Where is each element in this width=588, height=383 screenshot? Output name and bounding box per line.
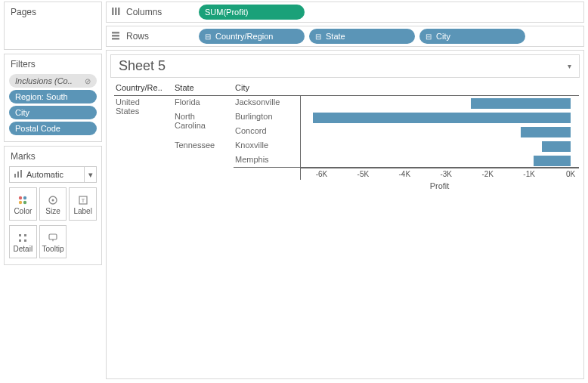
- right-area: Columns SUM(Profit) Rows ⊟Country/Region…: [106, 0, 588, 383]
- discrete-icon: ⊟: [426, 32, 432, 41]
- pill-label: SUM(Profit): [205, 8, 248, 17]
- state-cell: NorthCarolina: [173, 110, 234, 139]
- caret-down-icon[interactable]: ▾: [568, 62, 571, 70]
- svg-rect-0: [14, 174, 16, 178]
- svg-rect-14: [24, 239, 26, 242]
- axis-tick: -3K: [440, 170, 452, 178]
- discrete-icon: ⊟: [205, 32, 211, 41]
- pill-label: Country/Region: [215, 32, 273, 41]
- svg-rect-17: [115, 8, 117, 15]
- svg-rect-19: [112, 32, 119, 34]
- svg-rect-1: [17, 171, 19, 178]
- svg-rect-11: [19, 234, 21, 236]
- pages-card[interactable]: Pages: [4, 2, 102, 50]
- size-icon: [48, 193, 58, 207]
- marks-type-dropdown[interactable]: Automatic ▾: [9, 166, 97, 183]
- x-axis[interactable]: -6K-5K-4K-3K-2K-1K0K: [300, 168, 579, 180]
- app-root: Pages Filters Inclusions (Co..Region: So…: [0, 0, 588, 383]
- filters-title: Filters: [5, 54, 101, 74]
- marks-empty-cell: [69, 225, 97, 258]
- marks-title: Marks: [5, 147, 101, 166]
- filter-pill[interactable]: Postal Code: [9, 122, 97, 135]
- pill-label: City: [436, 32, 450, 41]
- caret-down-icon[interactable]: ▾: [84, 167, 96, 182]
- shelf-pill[interactable]: ⊟City: [419, 29, 525, 44]
- city-cell: Memphis: [234, 153, 300, 168]
- marks-detail-button[interactable]: Detail: [9, 225, 37, 258]
- column-header[interactable]: State: [173, 82, 234, 96]
- filter-pill[interactable]: City: [9, 106, 97, 119]
- discrete-icon: ⊟: [315, 32, 321, 41]
- sheet-title-bar[interactable]: Sheet 5 ▾: [110, 54, 580, 78]
- marks-color-button[interactable]: Color: [9, 187, 37, 221]
- column-header[interactable]: Country/Re..: [114, 82, 173, 96]
- bar-mark[interactable]: [521, 127, 571, 137]
- marks-tooltip-button[interactable]: Tooltip: [39, 225, 67, 258]
- filters-card[interactable]: Filters Inclusions (Co..Region: SouthCit…: [4, 54, 102, 142]
- marks-detail-label: Detail: [14, 245, 33, 253]
- rows-shelf[interactable]: Rows ⊟Country/Region⊟State⊟City: [106, 26, 584, 47]
- columns-shelf-label: Columns: [126, 7, 162, 17]
- svg-point-8: [51, 199, 54, 201]
- viz-card: Sheet 5 ▾ Country/Re..StateCityUnitedSta…: [106, 50, 584, 379]
- bar-mark[interactable]: [471, 98, 571, 109]
- marks-label-label: Label: [73, 207, 91, 215]
- marks-tooltip-label: Tooltip: [42, 245, 64, 253]
- svg-rect-2: [20, 170, 22, 178]
- city-cell: Knoxville: [234, 139, 300, 153]
- city-cell: Burlington: [234, 110, 300, 125]
- columns-icon: [110, 7, 122, 18]
- color-icon: [17, 193, 28, 207]
- marks-card[interactable]: Marks Automatic ▾ Color: [4, 146, 102, 265]
- city-cell: Jacksonville: [234, 96, 300, 110]
- filter-pill[interactable]: Region: South: [9, 90, 97, 103]
- filter-pill[interactable]: Inclusions (Co..: [9, 74, 97, 88]
- left-sidebar: Pages Filters Inclusions (Co..Region: So…: [0, 0, 106, 383]
- axis-tick: -2K: [481, 170, 494, 178]
- axis-tick: -1K: [523, 170, 535, 178]
- svg-point-4: [23, 196, 26, 199]
- detail-icon: [17, 231, 28, 245]
- axis-tick: -6K: [316, 170, 328, 178]
- svg-point-3: [19, 196, 22, 199]
- shelf-pill[interactable]: SUM(Profit): [199, 5, 305, 20]
- pill-label: State: [326, 32, 345, 41]
- svg-rect-13: [19, 239, 21, 242]
- bar-cell: [300, 153, 579, 168]
- x-axis-title[interactable]: Profit: [300, 180, 579, 190]
- marks-buttons-row1: Color Size T Label: [5, 187, 101, 225]
- svg-rect-20: [112, 35, 119, 37]
- svg-text:T: T: [81, 197, 85, 204]
- svg-rect-16: [112, 8, 114, 15]
- marks-label-button[interactable]: T Label: [69, 187, 97, 221]
- bar-mark[interactable]: [313, 113, 571, 123]
- tooltip-icon: [48, 231, 58, 245]
- shelf-pill[interactable]: ⊟State: [309, 29, 415, 44]
- rows-shelf-label: Rows: [126, 31, 149, 42]
- column-header[interactable]: City: [234, 82, 300, 96]
- svg-rect-18: [118, 8, 120, 15]
- marks-buttons-row2: Detail Tooltip: [5, 225, 101, 264]
- axis-tick: 0K: [566, 170, 575, 178]
- svg-rect-12: [24, 234, 26, 236]
- columns-shelf[interactable]: Columns SUM(Profit): [106, 2, 584, 23]
- axis-tick: -4K: [399, 170, 411, 178]
- bar-cell: [300, 96, 579, 110]
- marks-size-label: Size: [45, 207, 60, 215]
- sheet-title: Sheet 5: [119, 58, 166, 74]
- marks-type-label: Automatic: [26, 170, 84, 179]
- bar-mark[interactable]: [534, 156, 571, 166]
- state-cell: Florida: [173, 96, 234, 110]
- bar-chart-icon: [10, 169, 26, 180]
- shelf-pill[interactable]: ⊟Country/Region: [199, 29, 305, 44]
- svg-rect-15: [49, 234, 57, 239]
- city-cell: Concord: [234, 125, 300, 139]
- country-cell: UnitedStates: [114, 96, 173, 168]
- svg-point-5: [19, 200, 22, 203]
- marks-color-label: Color: [14, 207, 32, 215]
- pages-title: Pages: [5, 2, 101, 22]
- marks-size-button[interactable]: Size: [39, 187, 67, 221]
- bar-mark[interactable]: [542, 141, 571, 152]
- svg-point-6: [23, 200, 26, 203]
- rows-icon: [110, 31, 122, 42]
